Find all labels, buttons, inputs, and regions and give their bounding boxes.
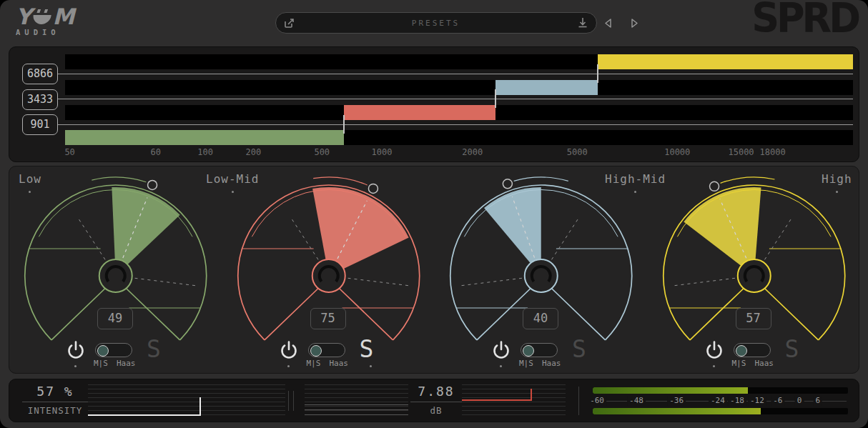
crossover-line <box>56 99 853 99</box>
spread-value-high[interactable]: 57 <box>736 308 771 329</box>
crossover-handle[interactable] <box>597 64 598 83</box>
frequency-axis-label: 15000 <box>728 147 754 157</box>
output-level-meter: -60-48-36-24-18-12-606 <box>593 387 848 415</box>
intensity-value: 57 <box>36 384 55 399</box>
band-range-high-mid[interactable] <box>495 80 598 95</box>
toggle-knob[interactable] <box>97 345 109 357</box>
frequency-axis-label: 50 <box>64 147 74 157</box>
spread-value-low-mid[interactable]: 75 <box>310 308 346 329</box>
logo-letter-m: M <box>52 6 74 27</box>
frequency-axis-label: 200 <box>246 147 262 157</box>
ms-haas-toggle[interactable] <box>308 343 345 357</box>
ms-haas-toggle[interactable] <box>734 343 771 357</box>
divider <box>578 387 579 415</box>
save-preset-icon[interactable] <box>577 17 588 29</box>
gain-slider-right[interactable] <box>462 384 566 416</box>
presets-label: PRESETS <box>295 19 577 28</box>
ms-label: M|S <box>307 359 321 368</box>
previous-preset-button[interactable] <box>603 16 616 29</box>
intensity-unit: % <box>64 384 74 399</box>
gain-handle[interactable] <box>531 389 532 401</box>
plugin-window: Y M AUDIO PRESETS SPRD 68663433901506010… <box>0 0 868 428</box>
knob-cell-high-mid: 40 M|S Haas S <box>435 166 647 374</box>
spread-value-low[interactable]: 49 <box>97 308 133 329</box>
solo-button[interactable]: S <box>572 335 586 363</box>
band-range-low[interactable] <box>65 130 344 145</box>
power-icon <box>280 340 298 360</box>
gain-value: 7.88 <box>410 384 462 399</box>
crossover-frequency-box[interactable]: 6866 <box>22 64 58 84</box>
haas-label: Haas <box>542 359 561 368</box>
frequency-axis-label: 2000 <box>462 147 483 157</box>
frequency-band-display: 6866343390150601002005001000200050001000… <box>9 46 859 162</box>
footer-bar: 57 % INTENSITY 7.88 dB -60-48-36-24-18-1… <box>9 379 859 422</box>
solo-button[interactable]: S <box>147 335 161 363</box>
power-indicator-dot <box>287 365 290 367</box>
intensity-fill-line <box>88 414 200 416</box>
crossover-frequency-box[interactable]: 3433 <box>22 89 58 110</box>
sprd-logo: SPRD <box>751 0 858 41</box>
meter-scale: -60-48-36-24-18-12-606 <box>593 396 848 406</box>
haas-label: Haas <box>755 359 774 368</box>
solo-button[interactable]: S <box>360 335 374 363</box>
power-icon <box>66 340 85 360</box>
power-button[interactable] <box>66 340 85 360</box>
frequency-axis-label: 100 <box>197 147 213 157</box>
meter-bar-left-channel <box>593 387 848 394</box>
band-bar-high <box>65 54 853 69</box>
meter-tick-label: -12 <box>748 396 766 406</box>
intensity-label: INTENSITY <box>22 405 88 416</box>
solo-button[interactable]: S <box>785 335 799 363</box>
intensity-slider[interactable] <box>88 384 285 416</box>
crossover-line <box>56 124 853 125</box>
ms-haas-toggle[interactable] <box>95 343 132 357</box>
gain-readout: 7.88 dB <box>410 384 462 416</box>
toggle-knob[interactable] <box>736 345 747 357</box>
meter-tick-label: -24 <box>709 396 727 406</box>
intensity-handle[interactable] <box>199 397 201 416</box>
spread-knobs-panel: LowLow-MidHigh-MidHigh 49 M|S Haas S 75 <box>9 166 859 374</box>
knob-cell-low: 49 M|S Haas S <box>9 166 222 374</box>
toggle-knob[interactable] <box>310 345 322 357</box>
crossover-line <box>56 74 853 74</box>
ms-label: M|S <box>94 359 108 368</box>
crossover-handle[interactable] <box>343 115 345 134</box>
meter-tick-label: 0 <box>795 396 804 406</box>
power-button[interactable] <box>280 340 298 360</box>
power-icon <box>705 340 724 360</box>
power-indicator-dot <box>74 365 77 367</box>
power-indicator-dot <box>713 365 715 367</box>
bowl-icon <box>33 15 51 24</box>
meter-tick-label: 6 <box>814 396 823 406</box>
band-range-low-mid[interactable] <box>344 105 495 120</box>
band-bar-low-mid <box>65 105 853 120</box>
frequency-axis-label: 60 <box>150 147 160 157</box>
frequency-axis-label: 10000 <box>664 147 690 157</box>
frequency-axis-label: 5000 <box>567 147 588 157</box>
meter-tick-label: -36 <box>667 396 686 406</box>
next-preset-button[interactable] <box>628 16 641 29</box>
gain-slider-left[interactable] <box>305 384 408 416</box>
header: Y M AUDIO PRESETS SPRD <box>0 0 868 44</box>
meter-tick-label: -60 <box>588 396 606 406</box>
band-bar-high-mid <box>65 80 853 95</box>
crossover-frequency-box[interactable]: 901 <box>22 114 58 135</box>
meter-tick-label: -6 <box>771 396 784 406</box>
export-preset-icon[interactable] <box>284 18 295 29</box>
spread-value-high-mid[interactable]: 40 <box>523 308 558 329</box>
crossover-handle[interactable] <box>495 89 496 108</box>
frequency-axis-label: 18000 <box>760 147 786 157</box>
yum-audio-logo: Y M AUDIO <box>16 6 74 36</box>
divider <box>288 391 289 411</box>
meter-tick-label: -18 <box>728 396 746 406</box>
divider <box>293 391 294 411</box>
ms-haas-toggle[interactable] <box>521 343 558 357</box>
haas-label: Haas <box>117 359 136 368</box>
ms-label: M|S <box>732 359 746 368</box>
band-range-high[interactable] <box>598 54 853 69</box>
power-button[interactable] <box>492 340 511 360</box>
toggle-knob[interactable] <box>523 345 534 357</box>
power-button[interactable] <box>705 340 724 360</box>
logo-letter-y: Y <box>16 6 31 27</box>
presets-dropdown[interactable]: PRESETS <box>275 12 597 34</box>
